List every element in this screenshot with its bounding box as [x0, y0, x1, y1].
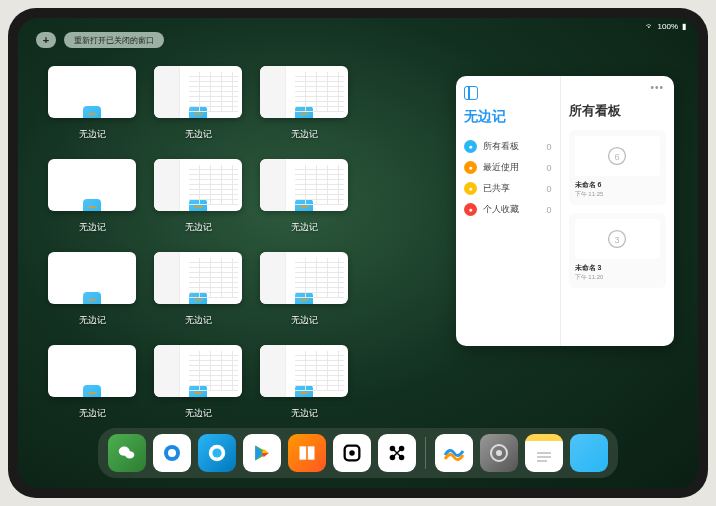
- thumbnail-preview: [260, 252, 348, 304]
- svg-point-7: [168, 449, 176, 457]
- window-label: 无边记: [185, 221, 212, 234]
- sidebar-right: 所有看板 6未命名 6下午 11:253未命名 3下午 11:20: [561, 76, 674, 346]
- thumbnail-preview: [48, 66, 136, 118]
- category-label: 已共享: [483, 182, 510, 195]
- freeform-app-icon: [295, 292, 313, 304]
- window-thumbnail[interactable]: 无边记: [154, 345, 242, 420]
- sidebar-title: 无边记: [464, 108, 552, 126]
- dock-browser-icon[interactable]: [198, 434, 236, 472]
- dock-wechat-icon[interactable]: [108, 434, 146, 472]
- window-thumbnail[interactable]: 无边记: [260, 159, 348, 234]
- category-label: 个人收藏: [483, 203, 519, 216]
- svg-text:3: 3: [615, 235, 620, 245]
- category-icon: ●: [464, 182, 477, 195]
- freeform-app-icon: [83, 199, 101, 211]
- battery-label: 100%: [658, 22, 678, 31]
- window-label: 无边记: [185, 314, 212, 327]
- dock-freeform-icon[interactable]: [435, 434, 473, 472]
- app-switcher-grid: 无边记无边记无边记无边记无边记无边记无边记无边记无边记无边记无边记无边记: [48, 66, 458, 420]
- thumbnail-preview: [48, 345, 136, 397]
- dock-separator: [425, 437, 426, 469]
- category-item[interactable]: ●所有看板0: [464, 136, 552, 157]
- freeform-app-icon: [189, 106, 207, 118]
- dock-connect-icon[interactable]: [378, 434, 416, 472]
- category-label: 所有看板: [483, 140, 519, 153]
- window-label: 无边记: [291, 314, 318, 327]
- new-window-button[interactable]: +: [36, 32, 56, 48]
- dock-app-library-icon[interactable]: [570, 434, 608, 472]
- dock-play-icon[interactable]: [243, 434, 281, 472]
- thumbnail-preview: [48, 252, 136, 304]
- window-thumbnail[interactable]: 无边记: [48, 66, 136, 141]
- window-thumbnail[interactable]: 无边记: [260, 66, 348, 141]
- thumbnail-preview: [260, 66, 348, 118]
- sidebar-toggle-icon[interactable]: [464, 86, 478, 100]
- category-item[interactable]: ●个人收藏0: [464, 199, 552, 220]
- status-bar: ᯤ 100% ▮: [646, 22, 686, 31]
- window-thumbnail[interactable]: 无边记: [48, 159, 136, 234]
- board-name: 未命名 6: [575, 180, 660, 190]
- more-icon[interactable]: •••: [650, 82, 664, 93]
- window-thumbnail[interactable]: 无边记: [154, 159, 242, 234]
- window-label: 无边记: [79, 221, 106, 234]
- dock-settings-icon[interactable]: [480, 434, 518, 472]
- thumbnail-preview: [48, 159, 136, 211]
- window-thumbnail[interactable]: 无边记: [154, 252, 242, 327]
- ipad-device: ᯤ 100% ▮ + 重新打开已关闭的窗口 无边记无边记无边记无边记无边记无边记…: [8, 8, 708, 498]
- window-label: 无边记: [79, 407, 106, 420]
- category-icon: ●: [464, 140, 477, 153]
- category-list: ●所有看板0●最近使用0●已共享0●个人收藏0: [464, 136, 552, 220]
- window-label: 无边记: [291, 221, 318, 234]
- dock-qq-icon[interactable]: [153, 434, 191, 472]
- freeform-app-icon: [295, 106, 313, 118]
- svg-point-9: [212, 448, 221, 457]
- freeform-sidebar-window[interactable]: ••• 无边记 ●所有看板0●最近使用0●已共享0●个人收藏0 所有看板 6未命…: [456, 76, 674, 346]
- freeform-app-icon: [189, 292, 207, 304]
- dock-books-icon[interactable]: [288, 434, 326, 472]
- board-card[interactable]: 3未命名 3下午 11:20: [569, 213, 666, 288]
- thumbnail-preview: [154, 252, 242, 304]
- category-item[interactable]: ●已共享0: [464, 178, 552, 199]
- dock: [98, 428, 618, 478]
- svg-point-17: [496, 450, 502, 456]
- svg-point-11: [349, 450, 355, 456]
- top-controls: + 重新打开已关闭的窗口: [36, 32, 164, 48]
- window-thumbnail[interactable]: 无边记: [48, 345, 136, 420]
- screen: ᯤ 100% ▮ + 重新打开已关闭的窗口 无边记无边记无边记无边记无边记无边记…: [18, 18, 698, 488]
- board-subtitle: 下午 11:20: [575, 273, 660, 282]
- window-thumbnail[interactable]: 无边记: [48, 252, 136, 327]
- category-count: 0: [547, 142, 552, 152]
- reopen-closed-window-button[interactable]: 重新打开已关闭的窗口: [64, 32, 164, 48]
- window-thumbnail[interactable]: 无边记: [154, 66, 242, 141]
- board-card[interactable]: 6未命名 6下午 11:25: [569, 130, 666, 205]
- dock-notes-icon[interactable]: [525, 434, 563, 472]
- category-label: 最近使用: [483, 161, 519, 174]
- freeform-app-icon: [189, 385, 207, 397]
- wifi-icon: ᯤ: [646, 22, 654, 31]
- window-label: 无边记: [291, 128, 318, 141]
- thumbnail-preview: [260, 159, 348, 211]
- category-icon: ●: [464, 161, 477, 174]
- freeform-app-icon: [295, 199, 313, 211]
- thumbnail-preview: [260, 345, 348, 397]
- svg-text:6: 6: [615, 152, 620, 162]
- freeform-app-icon: [83, 385, 101, 397]
- freeform-app-icon: [83, 292, 101, 304]
- category-icon: ●: [464, 203, 477, 216]
- category-item[interactable]: ●最近使用0: [464, 157, 552, 178]
- window-thumbnail[interactable]: 无边记: [260, 252, 348, 327]
- window-label: 无边记: [79, 314, 106, 327]
- board-sketch: 3: [575, 219, 660, 259]
- svg-point-5: [125, 451, 134, 458]
- window-thumbnail[interactable]: 无边记: [260, 345, 348, 420]
- window-label: 无边记: [291, 407, 318, 420]
- freeform-app-icon: [295, 385, 313, 397]
- thumbnail-preview: [154, 66, 242, 118]
- board-subtitle: 下午 11:25: [575, 190, 660, 199]
- sidebar-left: 无边记 ●所有看板0●最近使用0●已共享0●个人收藏0: [456, 76, 561, 346]
- window-label: 无边记: [185, 128, 212, 141]
- dock-widget-icon[interactable]: [333, 434, 371, 472]
- category-count: 0: [547, 205, 552, 215]
- thumbnail-preview: [154, 159, 242, 211]
- category-count: 0: [547, 163, 552, 173]
